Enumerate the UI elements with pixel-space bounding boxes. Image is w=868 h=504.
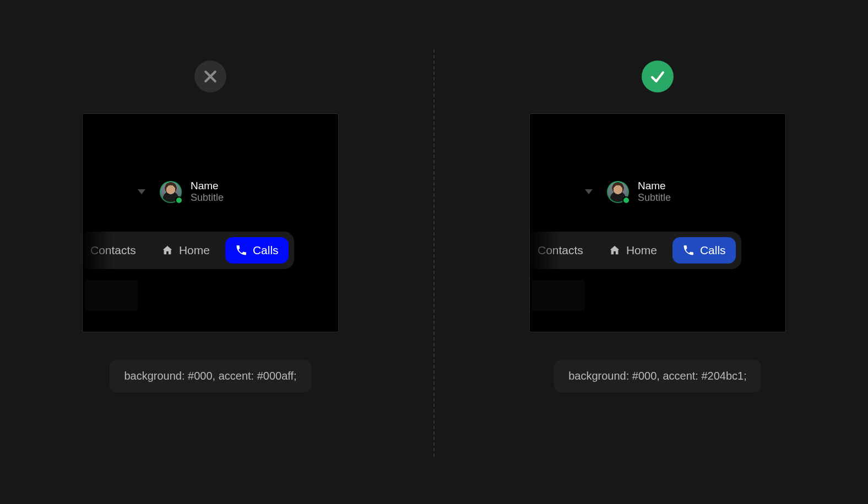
profile-subtitle: Subtitle (638, 192, 671, 204)
tab-label: Home (179, 244, 210, 257)
profile-row: Name Subtitle (530, 180, 785, 204)
decorative-block (85, 280, 138, 311)
profile-name: Name (638, 180, 671, 192)
tab-home[interactable]: Home (151, 237, 220, 264)
tab-calls[interactable]: Calls (672, 237, 736, 264)
phone-icon (682, 244, 695, 256)
tab-label: Calls (700, 244, 726, 257)
home-icon (609, 244, 621, 256)
profile-name: Name (191, 180, 224, 192)
tab-contacts[interactable]: Contacts (533, 237, 593, 264)
tab-label: Home (626, 244, 657, 257)
color-caption: background: #000, accent: #204bc1; (554, 360, 761, 392)
tab-bar: Contacts Home Calls (529, 232, 741, 269)
profile-row: Name Subtitle (83, 180, 338, 204)
tab-label: Contacts (538, 244, 583, 257)
ui-mockup-correct: Name Subtitle Contacts Home (529, 113, 786, 332)
chevron-down-icon[interactable] (138, 189, 145, 194)
x-icon (194, 61, 226, 92)
avatar[interactable] (607, 181, 629, 203)
check-icon (642, 61, 674, 92)
ui-mockup-wrong: Name Subtitle Contacts Home (82, 113, 339, 332)
presence-dot (175, 196, 183, 204)
tab-contacts[interactable]: Contacts (86, 237, 146, 264)
tab-home[interactable]: Home (599, 237, 667, 264)
phone-icon (235, 244, 247, 256)
tab-label: Contacts (90, 244, 136, 257)
chevron-down-icon[interactable] (585, 189, 593, 194)
vertical-divider (433, 50, 435, 457)
presence-dot (622, 196, 630, 204)
home-icon (161, 244, 173, 256)
avatar[interactable] (160, 181, 182, 203)
example-correct: Name Subtitle Contacts Home (481, 61, 834, 392)
profile-subtitle: Subtitle (191, 192, 224, 204)
decorative-block (532, 280, 585, 311)
tab-calls[interactable]: Calls (225, 237, 289, 264)
tab-label: Calls (253, 244, 279, 257)
color-caption: background: #000, accent: #000aff; (110, 360, 311, 392)
tab-bar: Contacts Home Calls (82, 232, 294, 269)
example-wrong: Name Subtitle Contacts Home (34, 61, 387, 392)
